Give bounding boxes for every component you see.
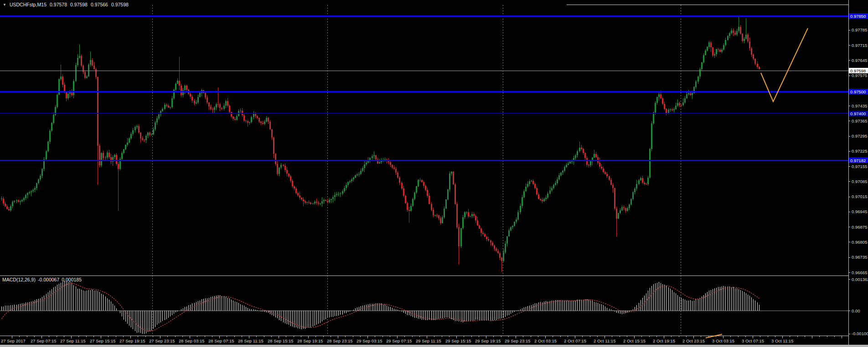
candle-bull xyxy=(636,184,637,188)
candle-bull xyxy=(23,198,25,199)
candle-bear xyxy=(429,196,430,204)
candle-bull xyxy=(38,179,39,184)
candle-bear xyxy=(245,121,247,121)
current-price-label: 0.97598 xyxy=(850,68,866,73)
candle-bear xyxy=(243,115,245,120)
candle-bear xyxy=(486,237,487,240)
time-tick-label: 28 Sep 23:15 xyxy=(327,338,353,343)
candle-bear xyxy=(408,210,410,211)
time-tick-label: 29 Sep 15:15 xyxy=(445,338,471,343)
candle-bull xyxy=(568,163,569,165)
time-tick-label: 2 Oct 11:15 xyxy=(594,338,615,343)
candle-bull xyxy=(647,178,649,184)
candle-bull xyxy=(505,244,506,252)
candle-bull xyxy=(543,199,545,201)
chart-background xyxy=(0,0,868,347)
candle-bear xyxy=(610,180,612,185)
candle-bear xyxy=(295,189,297,193)
candle-bear xyxy=(712,47,713,56)
time-tick-label: 29 Sep 03:15 xyxy=(356,338,382,343)
candle-bear xyxy=(718,49,719,50)
candle-bear xyxy=(734,33,736,35)
level-price-label: 0.97182 xyxy=(850,158,866,163)
candle-bear xyxy=(284,166,286,170)
candle-bull xyxy=(73,81,74,95)
candle-bull xyxy=(130,134,132,138)
candle-bull xyxy=(321,201,323,204)
candle-bull xyxy=(555,183,556,185)
candle-bull xyxy=(225,101,227,106)
candle-bull xyxy=(517,212,519,219)
candle-bear xyxy=(303,199,304,201)
candle-bear xyxy=(292,181,293,186)
candle-bull xyxy=(618,213,619,219)
candle-bull xyxy=(34,188,36,190)
candle-bull xyxy=(549,190,551,194)
candle-bull xyxy=(199,93,201,97)
candle-bear xyxy=(5,204,6,206)
candle-bear xyxy=(588,165,589,165)
candle-bull xyxy=(727,36,728,40)
candle-bull xyxy=(714,54,715,56)
candle-bull xyxy=(136,126,138,127)
candle-bull xyxy=(46,151,47,160)
candle-bull xyxy=(522,197,523,206)
candle-bear xyxy=(8,209,10,210)
candle-bull xyxy=(360,171,362,174)
candle-bull xyxy=(253,113,254,117)
candle-bull xyxy=(684,98,686,102)
candle-bull xyxy=(531,181,532,181)
chart-canvas[interactable]: 0.977850.977150.976450.975750.974350.973… xyxy=(0,0,868,347)
candle-bull xyxy=(340,194,341,194)
candle-bear xyxy=(468,212,469,216)
candle-bear xyxy=(288,174,289,176)
candle-bear xyxy=(616,209,617,219)
candle-bear xyxy=(166,105,167,105)
candle-bear xyxy=(294,186,295,189)
candle-bull xyxy=(334,195,336,197)
candle-bear xyxy=(84,72,86,78)
candle-bear xyxy=(221,108,222,109)
candle-bear xyxy=(455,184,456,204)
candle-bull xyxy=(627,208,628,211)
candle-bull xyxy=(21,200,23,202)
candle-bear xyxy=(501,258,502,261)
candle-bull xyxy=(86,77,88,78)
candle-bull xyxy=(251,117,252,122)
candle-bull xyxy=(175,84,176,90)
time-tick-label: 27 Sep 11:15 xyxy=(60,338,86,343)
candle-bull xyxy=(306,202,308,203)
symbol-dropdown-icon[interactable]: ▼ xyxy=(3,3,6,7)
candle-bear xyxy=(393,168,395,169)
candle-bear xyxy=(110,157,112,162)
candle-bear xyxy=(740,27,741,34)
candle-bull xyxy=(105,158,106,158)
candle-bull xyxy=(414,193,415,199)
candle-bear xyxy=(407,203,408,210)
macd-main-value: -0.000067 xyxy=(38,277,59,282)
macd-tick-label: -0.001004 xyxy=(852,331,868,336)
candle-bull xyxy=(445,199,447,209)
candle-bear xyxy=(603,168,604,172)
candle-bull xyxy=(123,149,124,153)
symbol-period-label: USDCHFstp,M15 xyxy=(10,2,46,7)
candle-bull xyxy=(114,155,115,157)
candle-bull xyxy=(668,110,669,113)
candle-bull xyxy=(127,143,128,145)
macd-tick-label: 0.00 xyxy=(852,308,860,313)
candle-bear xyxy=(229,106,230,112)
time-tick-label: 27 Sep 19:15 xyxy=(119,338,145,343)
candle-bull xyxy=(729,33,730,36)
candle-bear xyxy=(242,111,243,115)
price-tick-label: 0.96875 xyxy=(852,225,867,230)
candle-bear xyxy=(390,162,391,165)
candle-bull xyxy=(51,123,52,131)
time-tick-label: 2 Oct 15:15 xyxy=(623,338,646,343)
candle-bear xyxy=(496,249,497,251)
candle-bull xyxy=(640,178,641,180)
candle-bear xyxy=(480,229,482,233)
candle-bull xyxy=(506,236,508,244)
candle-bear xyxy=(488,239,489,240)
candle-bull xyxy=(698,77,699,82)
candle-bull xyxy=(677,103,678,106)
